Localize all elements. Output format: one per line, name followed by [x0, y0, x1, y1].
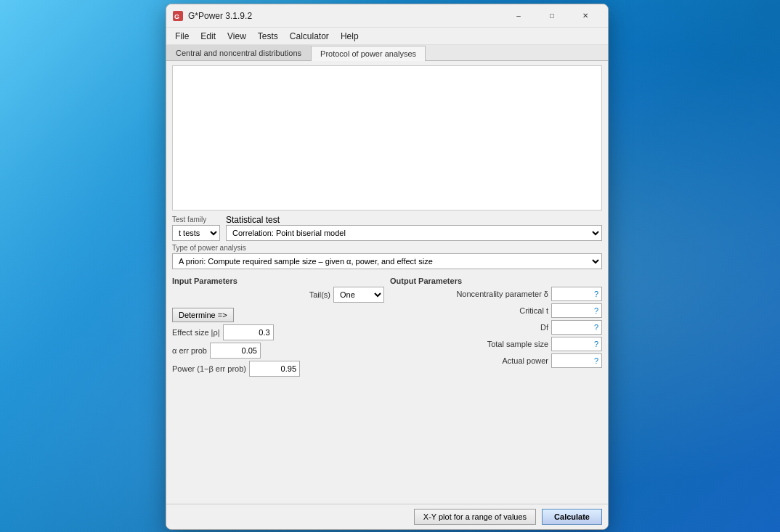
- tab-bar: Central and noncentral distributions Pro…: [166, 45, 608, 61]
- power-row: Power (1−β err prob): [172, 361, 300, 377]
- noncentrality-value: ?: [551, 287, 602, 301]
- noncentrality-row: Noncentrality parameter δ ?: [390, 287, 602, 301]
- critical-t-value: ?: [551, 303, 602, 318]
- determine-section: Determine => Effect size |ρ| α err prob …: [172, 305, 384, 379]
- window-controls: – □ ✕: [502, 4, 602, 28]
- alpha-input[interactable]: [210, 343, 261, 359]
- close-button[interactable]: ✕: [569, 4, 602, 28]
- tab-central[interactable]: Central and noncentral distributions: [166, 45, 311, 60]
- chart-area: [172, 65, 602, 210]
- tab-protocol[interactable]: Protocol of power analyses: [311, 46, 426, 61]
- svg-text:G: G: [174, 13, 179, 20]
- xy-plot-button[interactable]: X-Y plot for a range of values: [414, 509, 536, 525]
- sample-size-label: Total sample size: [487, 340, 548, 348]
- tails-label: Tail(s): [309, 290, 330, 299]
- alpha-row: α err prob: [172, 343, 261, 359]
- statistical-test-group: Statistical test Correlation: Point bise…: [226, 215, 602, 241]
- effect-size-row: Effect size |ρ|: [172, 324, 274, 340]
- menu-tests[interactable]: Tests: [252, 30, 284, 43]
- menu-edit[interactable]: Edit: [195, 30, 222, 43]
- actual-power-label: Actual power: [502, 356, 548, 365]
- menubar: File Edit View Tests Calculator Help: [166, 28, 608, 45]
- df-value: ?: [551, 320, 602, 335]
- power-analysis-label: Type of power analysis: [172, 244, 602, 252]
- parameters-panels: Input Parameters Tail(s) One Two Determi…: [172, 274, 602, 504]
- test-family-label: Test family: [172, 216, 220, 224]
- sample-size-row: Total sample size ?: [390, 337, 602, 351]
- critical-t-row: Critical t ?: [390, 303, 602, 318]
- power-analysis-select[interactable]: A priori: Compute required sample size –…: [172, 253, 602, 269]
- window-title: G*Power 3.1.9.2: [188, 11, 502, 21]
- tails-select[interactable]: One Two: [333, 287, 384, 303]
- form-area: Test family t tests F tests z tests χ² t…: [166, 215, 608, 504]
- maximize-button[interactable]: □: [535, 4, 569, 28]
- determine-button[interactable]: Determine =>: [172, 308, 234, 322]
- df-label: Df: [540, 323, 548, 332]
- input-parameters-label: Input Parameters: [172, 277, 384, 285]
- actual-power-row: Actual power ?: [390, 353, 602, 368]
- effect-size-label: Effect size |ρ|: [172, 328, 220, 337]
- power-label: Power (1−β err prob): [172, 364, 246, 373]
- statistical-test-label: Statistical test: [226, 215, 602, 225]
- alpha-label: α err prob: [172, 346, 207, 355]
- app-icon: G: [172, 10, 184, 22]
- test-family-select[interactable]: t tests F tests z tests χ² tests: [172, 225, 220, 241]
- menu-calculator[interactable]: Calculator: [284, 30, 335, 43]
- output-panel: Output Parameters Noncentrality paramete…: [390, 274, 602, 504]
- main-window: G G*Power 3.1.9.2 – □ ✕ File Edit View T…: [166, 4, 609, 530]
- df-row: Df ?: [390, 320, 602, 335]
- menu-file[interactable]: File: [169, 30, 195, 43]
- menu-view[interactable]: View: [222, 30, 252, 43]
- calculate-button[interactable]: Calculate: [542, 509, 602, 525]
- critical-t-label: Critical t: [519, 306, 548, 315]
- statistical-test-select[interactable]: Correlation: Point biserial model: [226, 225, 602, 241]
- test-family-group: Test family t tests F tests z tests χ² t…: [172, 216, 220, 241]
- titlebar: G G*Power 3.1.9.2 – □ ✕: [166, 4, 608, 28]
- test-family-row: Test family t tests F tests z tests χ² t…: [172, 215, 602, 241]
- output-parameters-label: Output Parameters: [390, 277, 602, 285]
- noncentrality-label: Noncentrality parameter δ: [456, 290, 548, 298]
- sample-size-value: ?: [551, 337, 602, 351]
- power-input[interactable]: [249, 361, 300, 377]
- power-analysis-row: Type of power analysis A priori: Compute…: [172, 244, 602, 269]
- effect-size-input[interactable]: [223, 324, 274, 340]
- bottom-bar: X-Y plot for a range of values Calculate: [166, 504, 608, 529]
- minimize-button[interactable]: –: [502, 4, 535, 28]
- tails-row: Tail(s) One Two: [172, 287, 384, 303]
- menu-help[interactable]: Help: [335, 30, 365, 43]
- actual-power-value: ?: [551, 353, 602, 368]
- input-panel: Input Parameters Tail(s) One Two Determi…: [172, 274, 384, 504]
